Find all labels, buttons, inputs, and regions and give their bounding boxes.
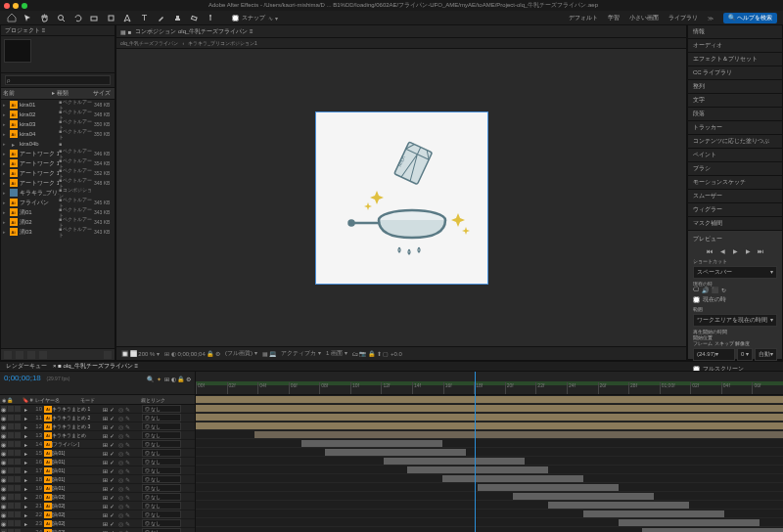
composition-viewer[interactable]: MILK	[116, 49, 686, 346]
project-item[interactable]: ▸Aiアートワーク 15■ ベクトルアート352 KB	[1, 168, 115, 178]
range-dropdown[interactable]: ワークエリアを現在の時間▾	[693, 314, 777, 327]
timeline-track[interactable]	[196, 413, 783, 421]
project-search-input[interactable]	[5, 75, 111, 85]
eraser-tool-icon[interactable]	[189, 13, 200, 23]
project-item[interactable]: ▸Aiフライパン■ ベクトルアート345 KB	[1, 198, 115, 207]
timeline-layer[interactable]: ◉▸23Ai[滴02]⊞ ✓◎ ✎◎ なし	[0, 519, 195, 528]
project-item[interactable]: ▸Aikira04■ ベクトルアート350 KB	[1, 129, 115, 139]
timeline-track[interactable]	[196, 527, 783, 532]
timeline-layer[interactable]: ◉▸12Aiキラキラまとめ 3⊞ ✓◎ ✎◎ なし	[0, 422, 195, 431]
window-controls[interactable]	[4, 3, 27, 9]
panel-header[interactable]: ペイント	[688, 149, 782, 162]
timeline-layer[interactable]: ◉▸13Aiキラキラまとめ⊞ ✓◎ ✎◎ なし	[0, 431, 195, 440]
timeline-comp-tab[interactable]: olq_牛乳チーズフライパン	[63, 363, 132, 369]
snap-dropdown-icon[interactable]: ∿ ▾	[268, 15, 278, 22]
timeline-track[interactable]	[196, 483, 783, 492]
pen-tool-icon[interactable]	[122, 13, 133, 23]
project-tab[interactable]: プロジェクト	[5, 27, 40, 33]
project-item[interactable]: ▸Aiアートワーク 16■ ベクトルアート348 KB	[1, 178, 115, 188]
timeline-layer[interactable]: ◉▸18Ai[滴01]⊞ ✓◎ ✎◎ なし	[0, 475, 195, 484]
stamp-tool-icon[interactable]	[172, 13, 183, 23]
panel-header[interactable]: ブラシ	[688, 162, 782, 176]
panel-header[interactable]: 段落	[688, 108, 782, 121]
full-res[interactable]: (フル画質) ▾	[225, 349, 257, 358]
timeline-layer[interactable]: ◉▸14Ai[フライパン]⊞ ✓◎ ✎◎ なし	[0, 440, 195, 449]
timeline-layer[interactable]: ◉▸19Ai[滴01]⊞ ✓◎ ✎◎ なし	[0, 484, 195, 493]
help-search[interactable]: 🔍 ヘルプを検索	[723, 13, 777, 23]
panel-header[interactable]: 文字	[688, 94, 782, 108]
timeline-track[interactable]	[196, 474, 783, 483]
zoom-dropdown[interactable]: 🔲 ⬜ 200 % ▾	[121, 350, 160, 357]
zoom-tool-icon[interactable]	[56, 13, 67, 23]
panel-header[interactable]: 整列	[688, 80, 782, 94]
timeline-track[interactable]	[196, 518, 783, 527]
panel-header[interactable]: トラッカー	[688, 121, 782, 135]
hand-tool-icon[interactable]	[39, 13, 50, 23]
timeline-layer[interactable]: ◉▸17Ai[滴01]⊞ ✓◎ ✎◎ なし	[0, 466, 195, 475]
timeline-layer[interactable]: ◉▸21Ai[滴02]⊞ ✓◎ ✎◎ なし	[0, 502, 195, 510]
puppet-tool-icon[interactable]	[206, 13, 216, 23]
timeline-track[interactable]	[196, 510, 783, 518]
render-queue-tab[interactable]: レンダーキュー	[6, 362, 47, 371]
timeline-layer[interactable]: ◉▸15Ai[滴01]⊞ ✓◎ ✎◎ なし	[0, 449, 195, 458]
timeline-layer[interactable]: ◉▸11Aiキラキラまとめ 2⊞ ✓◎ ✎◎ なし	[0, 414, 195, 422]
comp-tab[interactable]: コンポジション olq_牛乳チーズフライパン ≡	[135, 27, 253, 36]
selection-tool-icon[interactable]	[23, 13, 33, 23]
comp-breadcrumb[interactable]: olq_牛乳チーズフライパン ‹ キラキラ_プリコンポジション1	[116, 38, 686, 49]
panel-header[interactable]: スムーザー	[688, 190, 782, 203]
timeline-track[interactable]	[196, 404, 783, 413]
current-time[interactable]: 0;00;00;18	[4, 374, 41, 382]
home-icon[interactable]	[6, 13, 17, 23]
project-item[interactable]: ▸Ai滴01■ ベクトルアート343 KB	[1, 207, 115, 217]
timeline-track[interactable]	[196, 448, 783, 457]
panel-header[interactable]: 情報	[688, 25, 782, 39]
snap-checkbox[interactable]	[232, 15, 239, 22]
timeline-columns[interactable]: ◉ 🔒 🔖 # レイヤー名 モード 親とリンク	[0, 395, 195, 405]
project-footer[interactable]	[1, 348, 115, 360]
shortcut-dropdown[interactable]: スペースバー▾	[693, 266, 777, 279]
timeline-track[interactable]	[196, 439, 783, 448]
prev-frame-icon[interactable]: ◀	[718, 246, 727, 255]
rotate-tool-icon[interactable]	[72, 13, 83, 23]
first-frame-icon[interactable]: ⏮	[706, 246, 714, 255]
timeline-layer[interactable]: ◉▸20Ai[滴02]⊞ ✓◎ ✎◎ なし	[0, 493, 195, 502]
active-camera[interactable]: アクティブカ ▾	[281, 349, 321, 358]
timeline-layer[interactable]: ◉▸22Ai[滴02]⊞ ✓◎ ✎◎ なし	[0, 510, 195, 519]
timeline-track[interactable]	[196, 492, 783, 501]
camera-tool-icon[interactable]	[89, 13, 100, 23]
last-frame-icon[interactable]: ⏭	[757, 246, 765, 255]
current-time-indicator[interactable]	[475, 372, 476, 532]
project-item[interactable]: ▸▸kira04b■	[1, 139, 115, 149]
project-item[interactable]: ▸Aiアートワーク 14■ ベクトルアート354 KB	[1, 158, 115, 168]
project-item[interactable]: ▸Ai滴03■ ベクトルアート343 KB	[1, 227, 115, 237]
search-icon[interactable]: 🔍	[147, 376, 154, 382]
panel-header[interactable]: マスク補間	[688, 217, 782, 231]
project-item[interactable]: ▸Aikira02■ ベクトルアート348 KB	[1, 110, 115, 119]
panel-header[interactable]: オーディオ	[688, 39, 782, 53]
workspace-small[interactable]: 小さい画面	[629, 14, 659, 22]
cb-current[interactable]	[693, 296, 700, 303]
panel-header[interactable]: モーションスケッチ	[688, 176, 782, 190]
timeline-layer[interactable]: ◉▸10Aiキラキラまとめ 1⊞ ✓◎ ✎◎ なし	[0, 405, 195, 414]
next-frame-icon[interactable]: ▶	[744, 246, 753, 255]
timeline-track[interactable]	[196, 466, 783, 474]
text-tool-icon[interactable]: T	[139, 13, 150, 23]
workspace-library[interactable]: ライブラリ	[668, 14, 698, 22]
timeline-track[interactable]	[196, 430, 783, 439]
project-item[interactable]: ▸キラキラ_プリ...ション1■ コンポジション	[1, 188, 115, 198]
brush-tool-icon[interactable]	[156, 13, 166, 23]
timeline-layer[interactable]: ◉▸24Ai[滴02]⊞ ✓◎ ✎◎ なし	[0, 528, 195, 532]
shy-icon[interactable]: ✦	[157, 376, 161, 382]
timeline-layer[interactable]: ◉▸16Ai[滴01]⊞ ✓◎ ✎◎ なし	[0, 458, 195, 466]
workspace-learn[interactable]: 学習	[608, 14, 620, 22]
panel-header[interactable]: CC ライブラリ	[688, 66, 782, 80]
project-item[interactable]: ▸Ai滴02■ ベクトルアート343 KB	[1, 217, 115, 227]
time-ruler[interactable]: 00f02f04f06f08f10f12f14f16f18f20f22f24f2…	[196, 372, 783, 395]
layer-panel-icon[interactable]: ▦ ■	[120, 28, 131, 35]
timeline-track[interactable]	[196, 421, 783, 430]
panel-header[interactable]: エフェクト＆プリセット	[688, 53, 782, 66]
project-item[interactable]: ▸Aikira01■ ベクトルアート348 KB	[1, 100, 115, 110]
play-icon[interactable]: ▶	[731, 246, 740, 255]
project-item[interactable]: ▸Aikira03■ ベクトルアート350 KB	[1, 119, 115, 129]
resolution-dropdown[interactable]: ⊞ ◐ 0;00;00;04 🔒 ⚙	[164, 350, 220, 357]
